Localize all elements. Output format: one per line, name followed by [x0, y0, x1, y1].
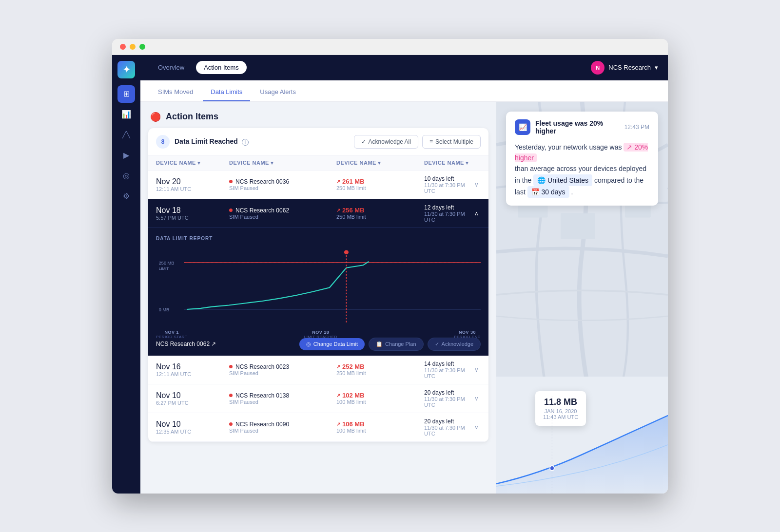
col-header-usage[interactable]: DEVICE NAME ▾	[336, 160, 424, 166]
status-dot-icon	[229, 365, 233, 368]
action-items-icon: 🔴	[150, 112, 161, 122]
sub-tabs: SIMs Moved Data Limits Usage Alerts	[140, 80, 668, 102]
data-limit-card: 8 Data Limit Reached i ✓ Acknowledge All…	[148, 128, 488, 442]
content-split: 🔴 Action Items 8 Data Limit Reached i	[140, 102, 668, 494]
notif-header: 📈 Fleet usage was 20% higher 12:43 PM	[515, 119, 649, 135]
chevron-up-icon[interactable]: ∧	[472, 210, 481, 217]
status-dot-icon	[229, 422, 233, 426]
cell-device: NCS Research 0138 SIM Paused	[229, 392, 336, 405]
cell-date: Nov 10 6:27 PM UTC	[156, 391, 229, 406]
col-header-date[interactable]: DEVICE NAME ▾	[156, 160, 229, 166]
cell-usage: ↗ 102 MB 100 MB limit	[336, 392, 424, 405]
status-dot-icon	[229, 394, 233, 397]
cell-days-expanded: 12 days left 11/30 at 7:30 PM UTC	[424, 204, 472, 223]
nav-tab-overview[interactable]: Overview	[150, 61, 192, 74]
cell-device-expanded: NCS Research 0062 SIM Paused	[229, 207, 336, 220]
table-row[interactable]: Nov 16 12:11 AM UTC NCS Research 0023 SI…	[148, 356, 488, 384]
expanded-row-container: Nov 18 5:57 PM UTC NCS Research 0062	[148, 199, 488, 356]
chevron-down-icon[interactable]: ∨	[472, 395, 481, 402]
left-panel: 🔴 Action Items 8 Data Limit Reached i	[140, 102, 496, 494]
sub-tab-usage-alerts[interactable]: Usage Alerts	[252, 83, 304, 101]
chart-svg: 250 MB LIMIT 0 MB	[156, 247, 481, 325]
cell-date: Nov 10 12:35 AM UTC	[156, 420, 229, 435]
cell-device: NCS Research 0023 SIM Paused	[229, 363, 336, 376]
country-highlight: 🌐 United States	[533, 174, 592, 186]
chart-limit-reached: NOV 18 LIMIT REACHED	[304, 330, 337, 339]
chart-area: 250 MB LIMIT 0 MB NOV 1 PERIOD START	[156, 247, 481, 325]
chevron-down-icon[interactable]: ∨	[472, 424, 481, 431]
cell-usage-expanded: ↗ 256 MB 250 MB limit	[336, 207, 424, 220]
acknowledge-all-icon: ✓	[361, 138, 366, 145]
notif-time: 12:43 PM	[624, 124, 649, 131]
minimize-dot[interactable]	[130, 44, 136, 50]
table-row[interactable]: Nov 10 12:35 AM UTC NCS Research 0090 SI…	[148, 413, 488, 442]
cell-date-expanded: Nov 18 5:57 PM UTC	[156, 206, 229, 221]
nav-tab-action-items[interactable]: Action Items	[196, 61, 247, 74]
user-name: NCS Research	[608, 64, 651, 71]
table-row-expanded[interactable]: Nov 18 5:57 PM UTC NCS Research 0062	[148, 199, 488, 228]
info-icon[interactable]: i	[242, 139, 249, 146]
chart-period-start: NOV 1 PERIOD START	[156, 330, 187, 339]
notif-body: Yesterday, your network usage was ↗ 20% …	[515, 142, 649, 198]
right-panel: 📈 Fleet usage was 20% higher 12:43 PM Ye…	[496, 102, 668, 494]
svg-text:0 MB: 0 MB	[159, 307, 170, 312]
sidebar: ✦ ⊞ 📊 ╱╲ ▶ ◎ ⚙	[112, 55, 140, 494]
cell-days: 20 days left 11/30 at 7:30 PM UTC	[424, 389, 472, 408]
chart-footer: NOV 1 PERIOD START NOV 18 LIMIT REACHED	[156, 327, 481, 342]
cell-days: 14 days left 11/30 at 7:30 PM UTC	[424, 361, 472, 379]
arrow-icon: ↗	[336, 364, 340, 369]
sub-tab-data-limits[interactable]: Data Limits	[203, 83, 250, 101]
chevron-down-icon[interactable]: ∨	[472, 366, 481, 373]
cell-days: 10 days left 11/30 at 7:30 PM UTC	[424, 175, 472, 194]
arrow-icon: ↗	[336, 421, 340, 427]
top-nav: Overview Action Items N NCS Research ▾	[140, 55, 668, 80]
sidebar-item-home[interactable]: ⊞	[117, 85, 135, 103]
maximize-dot[interactable]	[139, 44, 145, 50]
cell-usage: ↗ 106 MB 100 MB limit	[336, 420, 424, 434]
count-badge: 8	[156, 135, 170, 149]
svg-rect-13	[561, 213, 595, 239]
bottom-chart-svg	[496, 396, 668, 494]
notif-icon: 📈	[515, 119, 530, 135]
user-badge[interactable]: N NCS Research ▾	[591, 61, 658, 75]
sidebar-item-shield[interactable]: ◎	[117, 167, 135, 185]
card-title: Data Limit Reached i	[175, 137, 350, 146]
sidebar-item-chart[interactable]: 📊	[117, 106, 135, 123]
notif-end: .	[571, 188, 573, 196]
cell-device: NCS Research 0090 SIM Paused	[229, 421, 336, 434]
table-row[interactable]: Nov 10 6:27 PM UTC NCS Research 0138 SIM…	[148, 384, 488, 413]
chevron-down-icon[interactable]: ∨	[472, 181, 481, 188]
table-row[interactable]: Nov 20 12:11 AM UTC NCS Research 0036 SI…	[148, 171, 488, 199]
app-logo: ✦	[117, 61, 135, 78]
sub-tab-sims-moved[interactable]: SIMs Moved	[150, 83, 201, 101]
cell-date: Nov 16 12:11 AM UTC	[156, 362, 229, 377]
main-area: Overview Action Items N NCS Research ▾ S…	[140, 55, 668, 494]
arrow-up-icon: ↗	[336, 179, 340, 184]
user-chevron-icon: ▾	[655, 64, 658, 71]
cell-usage: ↗ 252 MB 250 MB limit	[336, 363, 424, 376]
fleet-notification: 📈 Fleet usage was 20% higher 12:43 PM Ye…	[506, 112, 658, 206]
acknowledge-all-button[interactable]: ✓ Acknowledge All	[354, 135, 418, 149]
status-dot-expanded-icon	[229, 209, 233, 212]
col-header-device[interactable]: DEVICE NAME ▾	[229, 160, 336, 166]
select-multiple-icon: ≡	[429, 138, 433, 145]
sidebar-item-media[interactable]: ▶	[117, 147, 135, 164]
close-dot[interactable]	[120, 44, 126, 50]
browser-window: ✦ ⊞ 📊 ╱╲ ▶ ◎ ⚙ Overview Action Items N N…	[112, 39, 668, 494]
table: DEVICE NAME ▾ DEVICE NAME ▾ DEVICE NAME …	[148, 156, 488, 442]
sidebar-item-analytics[interactable]: ╱╲	[117, 126, 135, 144]
col-header-days[interactable]: DEVICE NAME ▾	[424, 160, 481, 166]
select-multiple-button[interactable]: ≡ Select Multiple	[422, 135, 481, 149]
sidebar-item-settings[interactable]: ⚙	[117, 188, 135, 205]
svg-text:LIMIT: LIMIT	[159, 266, 169, 271]
arrow-icon: ↗	[336, 393, 340, 398]
notif-title: Fleet usage was 20% higher	[535, 119, 624, 135]
action-items-title: Action Items	[166, 112, 218, 122]
chart-label: DATA LIMIT REPORT	[156, 236, 481, 241]
app-container: ✦ ⊞ 📊 ╱╲ ▶ ◎ ⚙ Overview Action Items N N…	[112, 55, 668, 494]
cell-device: NCS Research 0036 SIM Paused	[229, 178, 336, 191]
analytics-icon: 📈	[519, 123, 527, 131]
arrow-up-expanded-icon: ↗	[336, 208, 340, 213]
status-dot-icon	[229, 180, 233, 183]
chart-section: DATA LIMIT REPORT	[148, 228, 488, 333]
